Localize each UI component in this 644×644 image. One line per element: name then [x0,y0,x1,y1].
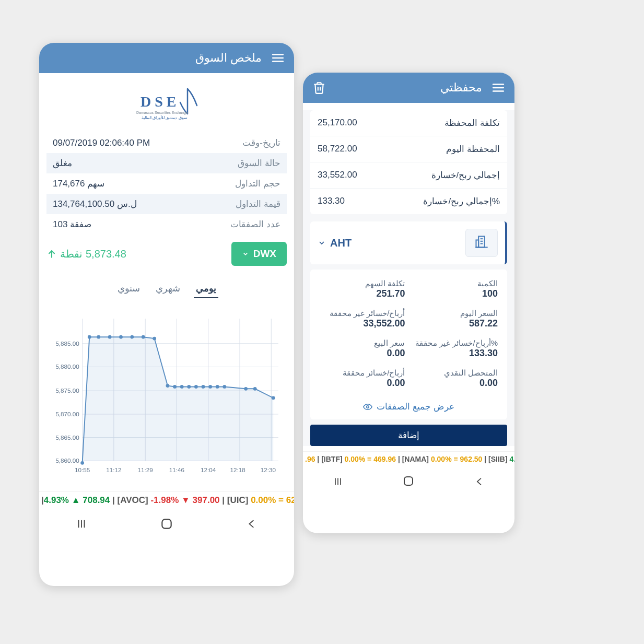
p-row-today: 58,722.00 المحفظة اليوم [310,136,507,162]
svg-point-46 [202,385,205,389]
svg-text:10:55: 10:55 [75,466,90,473]
svg-point-37 [119,335,123,339]
recents-button[interactable] [76,518,87,533]
svg-text:D S E: D S E [140,93,176,110]
svg-text:5,865.00: 5,865.00 [55,434,79,441]
info-table: 09/07/2019 02:06:40 PM تاريخ-وقت مغلق حا… [46,133,287,235]
svg-point-52 [272,396,275,400]
svg-point-50 [244,387,248,391]
svg-rect-61 [476,240,479,248]
stock-details: تكلفة السهم251.70 الكمية100 أرباح/خسائر … [310,270,507,419]
svg-text:5,875.00: 5,875.00 [55,387,79,394]
svg-text:11:46: 11:46 [169,466,184,473]
svg-point-47 [208,385,212,389]
svg-point-45 [194,385,198,389]
svg-point-49 [223,385,226,389]
android-navbar [39,509,294,542]
back-button[interactable] [474,475,485,490]
phone-portfolio: محفظتي 25,170.00 تكلفة المحفظة 58,722.00… [303,73,514,533]
stock-symbol: AHT [318,237,352,249]
svg-text:سوق دمشق للأوراق المالية: سوق دمشق للأوراق المالية [142,115,188,120]
svg-rect-70 [404,477,413,485]
svg-point-42 [173,385,177,389]
arrow-up-icon [46,249,57,259]
p-row-pl-pct: 133.30 إجمالي ربح/خسارة% [310,189,507,214]
info-row-volume: 174,676 سهم حجم التداول [46,173,287,194]
ticker: .96 | [IBTF] 0.00% = 469.96 | [NAMA] 0.0… [303,451,514,466]
info-row-status: مغلق حالة السوق [46,153,287,173]
svg-point-41 [166,384,170,388]
svg-rect-60 [478,237,485,248]
building-icon[interactable] [465,229,498,257]
info-row-deals: 103 صفقة عدد الصفقات [46,214,287,235]
svg-point-33 [80,461,84,465]
info-row-datetime: 09/07/2019 02:06:40 PM تاريخ-وقت [46,133,287,153]
phone-market-summary: ملخص السوق D S E Damascus Securities Exc… [39,43,294,586]
svg-rect-56 [162,519,171,528]
svg-point-36 [108,335,112,339]
p-row-cost: 25,170.00 تكلفة المحفظة [310,110,507,136]
back-button[interactable] [246,518,257,533]
stock-card-header[interactable]: AHT [310,221,507,264]
add-button[interactable]: إضافة [310,425,507,446]
svg-text:5,860.00: 5,860.00 [55,457,79,464]
recents-button[interactable] [333,475,343,490]
svg-text:12:18: 12:18 [230,466,245,473]
info-row-value: 134,764,100.50 ل.س قيمة التداول [46,194,287,214]
svg-point-48 [216,385,219,389]
trash-icon[interactable] [312,81,326,95]
tab-daily[interactable]: يومي [194,279,218,298]
ticker: |4.93% ▲ 708.94 | [AVOC] -1.98% ▼ 397.00… [39,491,294,509]
home-button[interactable] [160,517,173,534]
svg-point-35 [97,335,100,339]
svg-point-34 [88,335,91,339]
svg-text:11:29: 11:29 [138,466,153,473]
p-row-pl: 33,552.00 إجمالي ربح/خسارة [310,162,507,189]
chevron-down-icon [318,239,326,247]
view-all-deals-link[interactable]: عرض جميع الصفقات [320,395,498,414]
svg-point-43 [180,385,184,389]
svg-point-39 [142,335,145,339]
svg-text:12:04: 12:04 [201,466,216,473]
header: محفظتي [303,73,514,103]
svg-point-44 [187,385,191,389]
tab-yearly[interactable]: سنوي [115,279,142,298]
svg-point-66 [367,405,369,408]
svg-text:5,880.00: 5,880.00 [55,363,79,370]
chart: 5,860.00 5,865.00 5,870.00 5,875.00 5,88… [39,298,294,491]
header: ملخص السوق [39,43,294,73]
menu-icon[interactable] [271,51,285,65]
android-navbar [303,466,514,499]
portfolio-summary: 25,170.00 تكلفة المحفظة 58,722.00 المحفظ… [310,110,507,214]
svg-point-51 [253,387,257,391]
svg-text:5,885.00: 5,885.00 [55,340,79,347]
dwx-dropdown-button[interactable]: DWX [231,242,287,266]
svg-text:12:30: 12:30 [261,466,276,473]
svg-point-38 [130,335,134,339]
menu-icon[interactable] [491,81,505,95]
chevron-down-icon [242,250,249,257]
svg-point-40 [153,337,156,341]
svg-text:11:12: 11:12 [106,466,121,473]
page-title: محفظتي [335,81,482,95]
logo: D S E Damascus Securities Exchange سوق د… [39,73,294,133]
tab-monthly[interactable]: شهري [154,279,182,298]
chart-tabs: سنوي شهري يومي [46,279,287,298]
eye-icon [363,402,372,412]
home-button[interactable] [402,475,415,490]
svg-text:5,870.00: 5,870.00 [55,411,79,417]
page-title: ملخص السوق [49,51,262,65]
index-points: نقطة 5,873.48 [46,248,224,260]
svg-text:Damascus Securities Exchange: Damascus Securities Exchange [136,111,188,115]
